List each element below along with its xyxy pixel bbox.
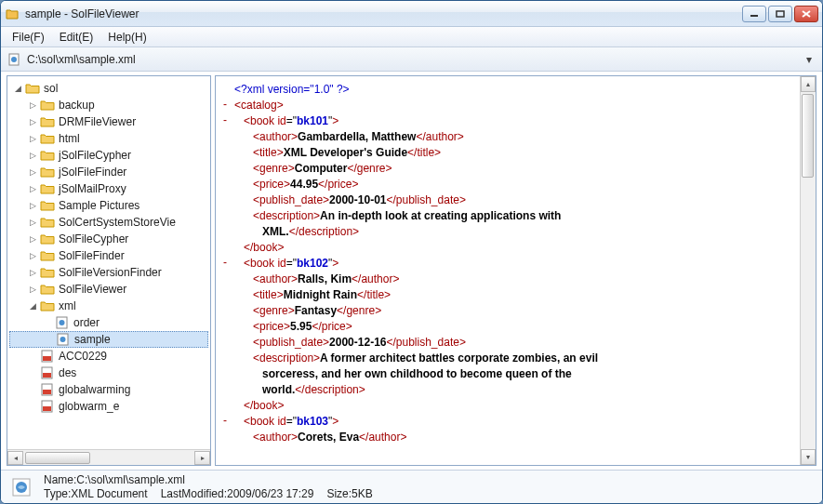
xml-line[interactable]: <publish_date>2000-10-01</publish_date> — [234, 192, 800, 208]
app-window: sample - SolFileViewer File(F) Edit(E) H… — [0, 0, 823, 504]
tree-item[interactable]: ▷html — [9, 130, 208, 147]
tree-item-label: SolFileCypher — [59, 232, 128, 245]
folder-icon — [40, 266, 55, 279]
tree-item[interactable]: ▷SolFileFinder — [9, 247, 208, 264]
tree-item[interactable]: ▷jSolMailProxy — [9, 180, 208, 197]
tree-item[interactable]: globwarm_e — [9, 398, 208, 415]
close-button[interactable] — [794, 6, 818, 22]
tree-expander-icon[interactable]: ▷ — [28, 134, 38, 144]
svg-point-5 — [11, 57, 17, 62]
xml-line[interactable]: <genre>Computer</genre> — [234, 161, 800, 177]
tree-item-label: globalwarming — [59, 383, 130, 396]
tree-item[interactable]: des — [9, 365, 208, 381]
xml-line[interactable]: <catalog> — [234, 98, 800, 113]
scroll-up-button[interactable]: ▴ — [801, 76, 816, 92]
xml-line[interactable]: <?xml version="1.0" ?> — [234, 82, 800, 98]
address-dropdown-icon[interactable]: ▾ — [802, 53, 816, 66]
viewer-vscrollbar[interactable]: ▴ ▾ — [800, 76, 816, 465]
xml-line[interactable]: <book id="bk101"> — [234, 113, 800, 129]
tree-item[interactable]: sample — [9, 331, 208, 348]
addressbar[interactable]: C:\sol\xml\sample.xml ▾ — [1, 47, 822, 72]
titlebar[interactable]: sample - SolFileViewer — [1, 1, 822, 27]
hscroll-thumb[interactable] — [25, 452, 90, 464]
svg-rect-13 — [43, 373, 51, 378]
scroll-left-button[interactable]: ◂ — [7, 451, 23, 465]
xml-line[interactable]: <price>44.95</price> — [234, 177, 800, 192]
tree-expander-icon[interactable]: ◢ — [13, 84, 23, 94]
scroll-down-button[interactable]: ▾ — [801, 449, 816, 465]
tree-item-label: html — [59, 132, 80, 145]
tree-expander-icon[interactable]: ▷ — [28, 117, 38, 127]
xml-line[interactable]: <title>Midnight Rain</title> — [234, 287, 800, 303]
tree-item[interactable]: globalwarming — [9, 381, 208, 398]
tree-expander-icon[interactable]: ▷ — [28, 234, 38, 245]
xml-line[interactable]: </book> — [234, 398, 800, 414]
tree-expander-icon[interactable]: ▷ — [28, 100, 38, 111]
xml-line[interactable]: </book> — [234, 240, 800, 256]
minimize-button[interactable] — [742, 6, 766, 22]
xml-line[interactable]: <title>XML Developer's Guide</title> — [234, 145, 800, 161]
tree-expander-icon[interactable]: ▷ — [28, 184, 38, 194]
xml-line[interactable]: <author>Corets, Eva</author> — [234, 430, 800, 445]
xml-content[interactable]: <?xml version="1.0" ?><catalog> <book id… — [234, 76, 800, 465]
tree-expander-icon[interactable]: ▷ — [28, 201, 38, 211]
fold-gutter[interactable]: ---- — [216, 76, 234, 465]
xml-line[interactable]: <description>An in-depth look at creatin… — [234, 208, 800, 224]
vscroll-thumb[interactable] — [802, 94, 814, 178]
xml-line[interactable]: <book id="bk102"> — [234, 256, 800, 272]
xml-line[interactable]: <genre>Fantasy</genre> — [234, 303, 800, 319]
scroll-right-button[interactable]: ▸ — [194, 451, 210, 465]
tree-expander-icon[interactable]: ▷ — [28, 285, 38, 295]
xml-line[interactable]: <author>Ralls, Kim</author> — [234, 272, 800, 287]
folder-icon — [40, 182, 55, 195]
xml-line[interactable]: XML.</description> — [234, 224, 800, 240]
tree-item-label: backup — [59, 99, 95, 112]
xml-line[interactable]: world.</description> — [234, 382, 800, 398]
menu-help[interactable]: Help(H) — [100, 29, 153, 46]
tree-item[interactable]: ▷Sample Pictures — [9, 197, 208, 214]
tree-item[interactable]: ▷SolFileCypher — [9, 231, 208, 247]
xml-line[interactable]: <publish_date>2000-12-16</publish_date> — [234, 335, 800, 351]
maximize-button[interactable] — [768, 6, 792, 22]
tree-expander-icon[interactable]: ▷ — [28, 268, 38, 278]
tree-item[interactable]: order — [9, 314, 208, 331]
tree-item[interactable]: ▷jSolFileFinder — [9, 164, 208, 180]
menu-file[interactable]: File(F) — [5, 29, 52, 46]
tree-expander-icon[interactable]: ▷ — [28, 218, 38, 228]
tree-item-label: jSolFileFinder — [59, 166, 126, 179]
vscroll-track[interactable] — [801, 92, 816, 449]
hscroll-track[interactable] — [23, 451, 194, 465]
xml-line[interactable]: sorceress, and her own childhood to beco… — [234, 366, 800, 382]
folder-icon — [40, 232, 55, 245]
xml-line[interactable]: <price>5.95</price> — [234, 319, 800, 335]
pdf-icon — [40, 366, 55, 379]
xml-file-icon — [7, 52, 21, 67]
menubar: File(F) Edit(E) Help(H) — [1, 27, 822, 47]
folder-tree[interactable]: ◢sol▷backup▷DRMFileViewer▷html▷jSolFileC… — [7, 76, 210, 449]
tree-item[interactable]: ▷jSolFileCypher — [9, 147, 208, 164]
fold-marker[interactable]: - — [216, 414, 234, 430]
status-type: Type:XML Document — [44, 487, 148, 501]
fold-marker — [216, 319, 234, 335]
xml-line[interactable]: <description>A former architect battles … — [234, 351, 800, 366]
xml-line[interactable]: <author>Gambardella, Matthew</author> — [234, 129, 800, 145]
tree-item[interactable]: ▷SolCertSystemStoreVie — [9, 214, 208, 231]
tree-expander-icon[interactable]: ▷ — [28, 151, 38, 161]
tree-expander-icon[interactable]: ▷ — [28, 167, 38, 178]
fold-marker[interactable]: - — [216, 256, 234, 272]
folder-icon — [40, 132, 55, 145]
tree-item[interactable]: ▷DRMFileViewer — [9, 113, 208, 130]
tree-item[interactable]: ▷backup — [9, 97, 208, 113]
tree-item[interactable]: ACC0229 — [9, 348, 208, 365]
tree-hscrollbar[interactable]: ◂ ▸ — [7, 449, 210, 465]
tree-item[interactable]: ▷SolFileVersionFinder — [9, 264, 208, 281]
tree-expander-icon[interactable]: ◢ — [28, 301, 38, 312]
fold-marker[interactable]: - — [216, 113, 234, 129]
tree-item[interactable]: ▷SolFileViewer — [9, 281, 208, 298]
xml-line[interactable]: <book id="bk103"> — [234, 414, 800, 430]
tree-expander-icon[interactable]: ▷ — [28, 251, 38, 261]
menu-edit[interactable]: Edit(E) — [52, 29, 101, 46]
tree-item[interactable]: ◢xml — [9, 298, 208, 314]
fold-marker[interactable]: - — [216, 98, 234, 113]
tree-item[interactable]: ◢sol — [9, 80, 208, 97]
